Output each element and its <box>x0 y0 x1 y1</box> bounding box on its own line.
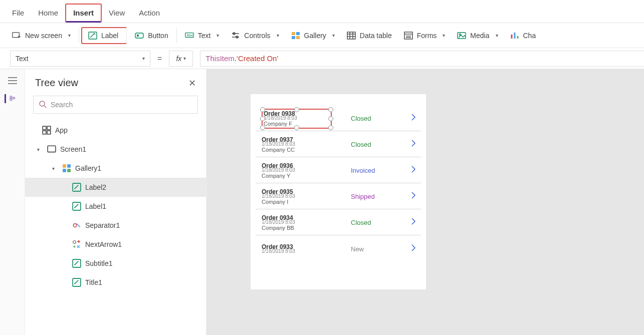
gallery-item[interactable]: Order 09361/18/2019 8:03Company YInvoice… <box>256 157 421 183</box>
label-icon <box>72 183 81 191</box>
tree-search[interactable]: Search <box>33 96 198 114</box>
tree-node-nextarrow1[interactable]: NextArrow1 <box>25 235 206 254</box>
chevron-right-icon[interactable] <box>410 139 417 150</box>
menu-file[interactable]: File <box>5 5 31 21</box>
svg-rect-15 <box>296 36 300 39</box>
close-icon[interactable]: ✕ <box>188 78 196 89</box>
resize-handle[interactable] <box>260 116 265 121</box>
charts-dropdown[interactable]: Cha <box>504 28 542 43</box>
new-screen-icon <box>12 32 21 40</box>
data-table-button[interactable]: Data table <box>341 28 398 43</box>
gallery-item[interactable]: Order 09381/18/2019 8:03Company FClosed <box>256 105 421 131</box>
app-preview[interactable]: Order 09381/18/2019 8:03Company FClosedO… <box>251 94 426 289</box>
gallery-label: Gallery <box>304 32 326 40</box>
charts-icon <box>510 32 519 40</box>
menu-bar: File Home Insert View Action <box>0 0 644 23</box>
expand-icon[interactable]: ▾ <box>37 147 43 152</box>
charts-label: Cha <box>523 32 536 40</box>
chevron-right-icon[interactable] <box>410 191 417 202</box>
menu-insert[interactable]: Insert <box>65 4 102 23</box>
gallery-item-status: Closed <box>351 115 391 122</box>
chevron-right-icon[interactable] <box>410 217 417 228</box>
svg-rect-43 <box>63 164 66 168</box>
equals-sign: = <box>157 54 162 63</box>
gallery-icon <box>62 164 71 172</box>
search-icon <box>39 100 47 110</box>
canvas[interactable]: Order 09381/18/2019 8:03Company FClosedO… <box>206 69 644 335</box>
gallery-item-text: Order 09351/18/2019 8:03Company I <box>262 189 332 205</box>
gallery-item[interactable]: Order 09351/18/2019 8:03Company IShipped <box>256 183 421 209</box>
tree-node-label: NextArrow1 <box>85 240 122 248</box>
resize-handle[interactable] <box>260 125 265 130</box>
menu-home[interactable]: Home <box>31 5 65 21</box>
formula-token-thisitem: ThisItem <box>205 54 235 63</box>
resize-handle[interactable] <box>328 107 333 112</box>
selected-label-control[interactable]: Order 09381/18/2019 8:03Company F <box>262 109 332 129</box>
svg-line-37 <box>44 106 46 108</box>
menu-action[interactable]: Action <box>132 5 167 21</box>
resize-handle[interactable] <box>328 116 333 121</box>
hamburger-icon[interactable] <box>7 76 18 85</box>
button-label: Button <box>148 32 168 40</box>
media-dropdown[interactable]: Media ▾ <box>451 28 504 43</box>
chevron-right-icon[interactable] <box>410 243 417 255</box>
svg-rect-48 <box>73 202 81 210</box>
tree-node-label: App <box>55 126 68 134</box>
button-button[interactable]: Button <box>129 28 176 43</box>
media-icon <box>457 32 466 40</box>
formula-token-property: 'Created On' <box>237 54 278 63</box>
svg-rect-44 <box>67 164 71 168</box>
resize-handle[interactable] <box>260 107 265 112</box>
svg-rect-4 <box>135 33 143 38</box>
tree-node-screen1[interactable]: ▾ Screen1 <box>25 140 206 159</box>
expand-icon[interactable]: ▾ <box>52 166 58 171</box>
controls-dropdown[interactable]: Controls ▾ <box>225 28 285 43</box>
chevron-right-icon[interactable] <box>410 165 417 176</box>
tree-node-subtitle1[interactable]: Subtitle1 <box>25 254 206 273</box>
property-name: Text <box>16 55 29 63</box>
tree-node-title1[interactable]: Title1 <box>25 273 206 292</box>
tree-node-separator1[interactable]: Separator1 <box>25 216 206 235</box>
new-screen-label: New screen <box>25 32 62 40</box>
formula-bar: Text ▾ = fx ▾ ThisItem.'Created On' <box>0 48 644 69</box>
svg-rect-52 <box>73 278 81 286</box>
media-label: Media <box>470 32 489 40</box>
tree-node-label1[interactable]: Label1 <box>25 197 206 216</box>
chevron-down-icon: ▾ <box>183 56 186 61</box>
data-table-label: Data table <box>360 32 392 40</box>
left-rail <box>0 69 25 335</box>
chevron-right-icon[interactable] <box>410 113 417 124</box>
gallery-item-date: 1/18/2019 8:03 <box>262 220 332 225</box>
chevron-down-icon: ▾ <box>217 33 219 38</box>
forms-dropdown[interactable]: Forms ▾ <box>398 28 452 43</box>
property-selector[interactable]: Text ▾ <box>10 51 150 67</box>
chevron-down-icon: ▾ <box>332 33 335 38</box>
tree-node-gallery1[interactable]: ▾ Gallery1 <box>25 159 206 178</box>
tree-node-label2[interactable]: Label2 <box>25 178 206 197</box>
svg-rect-12 <box>292 32 295 35</box>
label-button[interactable]: Label <box>81 27 127 44</box>
text-dropdown[interactable]: Abc Text ▾ <box>179 28 226 43</box>
new-screen-button[interactable]: New screen ▾ <box>6 28 79 43</box>
resize-handle[interactable] <box>294 125 299 130</box>
resize-handle[interactable] <box>294 107 299 112</box>
gallery-item[interactable]: Order 09341/18/2019 8:03Company BBClosed <box>256 209 421 235</box>
gallery-item[interactable]: Order 09371/18/2019 8:03Company CCClosed <box>256 131 421 157</box>
tree-list: App ▾ Screen1 ▾ Gallery1 Label2 Label1 <box>25 119 206 335</box>
svg-rect-13 <box>296 32 300 35</box>
gallery-item-status: New <box>351 245 391 253</box>
nextarrow-icon <box>72 240 81 248</box>
svg-point-49 <box>73 224 77 227</box>
menu-view[interactable]: View <box>102 5 132 21</box>
separator-icon <box>72 221 81 229</box>
fx-button[interactable]: fx ▾ <box>169 51 193 67</box>
gallery-item-company: Company I <box>262 199 332 205</box>
gallery-item[interactable]: Order 09331/18/2019 8:03New <box>256 235 421 261</box>
tree-view-icon[interactable] <box>5 94 16 103</box>
gallery-item-date: 1/18/2019 8:03 <box>262 142 332 147</box>
formula-input[interactable]: ThisItem.'Created On' <box>200 51 644 67</box>
svg-rect-46 <box>67 169 71 172</box>
tree-node-app[interactable]: App <box>25 121 206 140</box>
resize-handle[interactable] <box>328 125 333 130</box>
gallery-dropdown[interactable]: Gallery ▾ <box>285 28 341 43</box>
